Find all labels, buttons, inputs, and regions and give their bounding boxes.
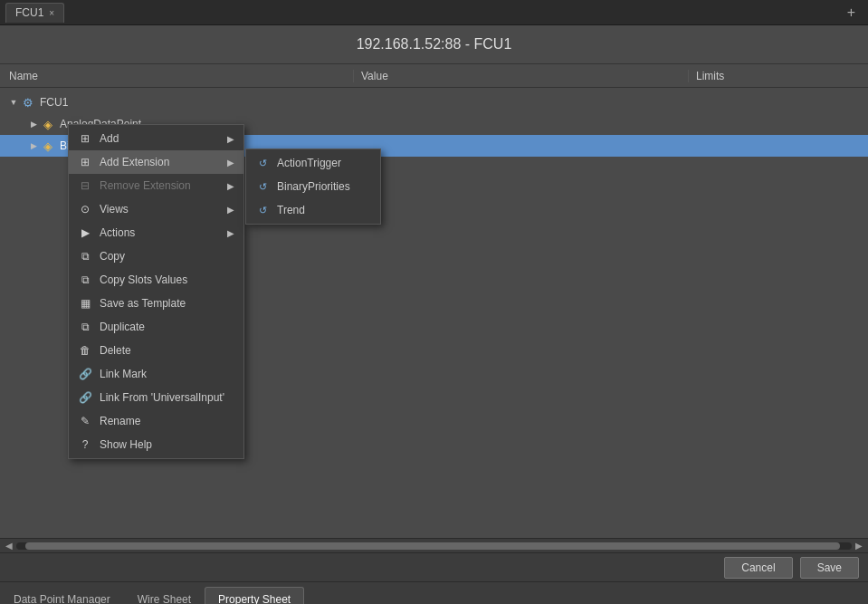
tree-arrow-fcu1: ▼ [7, 98, 20, 107]
submenu-item-trend[interactable]: ↺ Trend [246, 198, 380, 222]
menu-label-delete: Delete [100, 344, 131, 357]
menu-label-add-extension: Add Extension [100, 156, 169, 168]
tree-arrow-binary: ▶ [27, 141, 40, 150]
save-button[interactable]: Save [800, 557, 859, 579]
add-extension-icon: ⊞ [78, 155, 92, 169]
node-icon-analog: ◈ [40, 116, 56, 132]
tree-arrow-analog: ▶ [27, 120, 40, 129]
menu-label-duplicate: Duplicate [100, 321, 145, 333]
menu-label-actions: Actions [100, 226, 135, 239]
page-title: 192.168.1.52:88 - FCU1 [357, 36, 512, 52]
top-tab-bar: FCU1 × + [0, 0, 868, 25]
menu-label-copy: Copy [100, 250, 125, 263]
views-arrow: ▶ [227, 205, 234, 215]
menu-label-add: Add [100, 132, 119, 145]
remove-extension-arrow: ▶ [227, 181, 234, 191]
scroll-right-arrow[interactable]: ▶ [852, 541, 866, 551]
actiontrigger-icon: ↺ [255, 156, 270, 170]
menu-label-link-mark: Link Mark [100, 368, 147, 380]
tab-data-point-manager-label: Data Point Manager [14, 593, 110, 605]
cancel-button[interactable]: Cancel [724, 557, 792, 579]
submenu-label-binarypriorities: BinaryPriorities [277, 180, 350, 193]
copy-icon: ⧉ [78, 249, 92, 264]
add-extension-arrow: ▶ [227, 158, 234, 168]
delete-icon: 🗑 [78, 343, 92, 358]
tab-property-sheet[interactable]: Property Sheet [205, 587, 304, 604]
add-extension-submenu: ↺ ActionTrigger ↺ BinaryPriorities ↺ Tre… [245, 149, 381, 225]
menu-item-link-mark[interactable]: 🔗 Link Mark [69, 362, 243, 386]
copy-slots-icon: ⧉ [78, 273, 92, 287]
col-header-name: Name [0, 70, 353, 82]
gear-icon-fcu1: ⚙ [20, 94, 36, 110]
context-menu: ⊞ Add ▶ ⊞ Add Extension ▶ ↺ ActionTrigge… [68, 124, 244, 459]
top-tab-fcu1[interactable]: FCU1 × [5, 3, 64, 23]
menu-item-add[interactable]: ⊞ Add ▶ [69, 127, 243, 150]
menu-label-show-help: Show Help [100, 438, 152, 451]
rename-icon: ✎ [78, 414, 92, 428]
menu-item-copy-slots[interactable]: ⧉ Copy Slots Values [69, 268, 243, 292]
trend-icon: ↺ [255, 203, 270, 217]
submenu-label-actiontrigger: ActionTrigger [277, 157, 341, 169]
bottom-buttons: Cancel Save [0, 552, 868, 581]
scrollbar-thumb[interactable] [25, 542, 840, 550]
show-help-icon: ? [78, 437, 92, 452]
menu-item-views[interactable]: ⊙ Views ▶ [69, 197, 243, 221]
add-icon: ⊞ [78, 131, 92, 146]
menu-label-save-template: Save as Template [100, 297, 186, 310]
menu-label-remove-extension: Remove Extension [100, 179, 191, 192]
scrollbar-track[interactable] [16, 542, 852, 550]
save-template-icon: ▦ [78, 296, 92, 311]
remove-extension-icon: ⊟ [78, 178, 92, 193]
submenu-item-actiontrigger[interactable]: ↺ ActionTrigger [246, 151, 380, 175]
title-bar: 192.168.1.52:88 - FCU1 [0, 25, 868, 64]
main-area: ▼ ⚙ FCU1 ▶ ◈ AnalogDataPoint ▶ ◈ BinaryD… [0, 88, 868, 538]
link-from-icon: 🔗 [78, 390, 92, 405]
col-header-limits: Limits [688, 70, 868, 82]
submenu-label-trend: Trend [277, 204, 305, 216]
menu-label-link-from: Link From 'UniversalInput' [100, 391, 224, 404]
submenu-item-binarypriorities[interactable]: ↺ BinaryPriorities [246, 175, 380, 198]
link-mark-icon: 🔗 [78, 367, 92, 381]
duplicate-icon: ⧉ [78, 320, 92, 334]
views-icon: ⊙ [78, 202, 92, 216]
scroll-area: ◀ ▶ [0, 538, 868, 552]
top-tab-close[interactable]: × [49, 8, 54, 18]
top-tab-label: FCU1 [15, 6, 43, 19]
tab-wire-sheet-label: Wire Sheet [138, 593, 191, 605]
add-arrow: ▶ [227, 134, 234, 144]
tab-data-point-manager[interactable]: Data Point Manager [0, 587, 124, 604]
menu-item-actions[interactable]: ▶ Actions ▶ [69, 221, 243, 244]
scroll-left-arrow[interactable]: ◀ [2, 541, 16, 551]
menu-item-remove-extension: ⊟ Remove Extension ▶ [69, 174, 243, 197]
menu-item-add-extension[interactable]: ⊞ Add Extension ▶ ↺ ActionTrigger ↺ Bina… [69, 150, 243, 174]
menu-item-rename[interactable]: ✎ Rename [69, 409, 243, 433]
menu-item-show-help[interactable]: ? Show Help [69, 433, 243, 456]
menu-label-views: Views [100, 203, 129, 216]
binarypriorities-icon: ↺ [255, 179, 270, 194]
menu-item-save-template[interactable]: ▦ Save as Template [69, 292, 243, 315]
column-headers: Name Value Limits [0, 64, 868, 88]
bottom-tab-bar: Data Point Manager Wire Sheet Property S… [0, 581, 868, 604]
tab-property-sheet-label: Property Sheet [218, 593, 291, 605]
menu-label-rename: Rename [100, 415, 140, 427]
node-icon-binary: ◈ [40, 138, 56, 154]
actions-arrow: ▶ [227, 228, 234, 238]
menu-item-delete[interactable]: 🗑 Delete [69, 339, 243, 362]
actions-icon: ▶ [78, 225, 92, 240]
new-tab-button[interactable]: + [840, 5, 863, 21]
menu-label-copy-slots: Copy Slots Values [100, 273, 187, 286]
menu-item-copy[interactable]: ⧉ Copy [69, 244, 243, 268]
menu-item-duplicate[interactable]: ⧉ Duplicate [69, 315, 243, 339]
col-header-value: Value [353, 70, 688, 82]
tree-item-fcu1[interactable]: ▼ ⚙ FCU1 [0, 91, 868, 113]
menu-item-link-from[interactable]: 🔗 Link From 'UniversalInput' [69, 386, 243, 409]
tab-wire-sheet[interactable]: Wire Sheet [124, 587, 205, 604]
tree-label-fcu1: FCU1 [40, 96, 68, 109]
